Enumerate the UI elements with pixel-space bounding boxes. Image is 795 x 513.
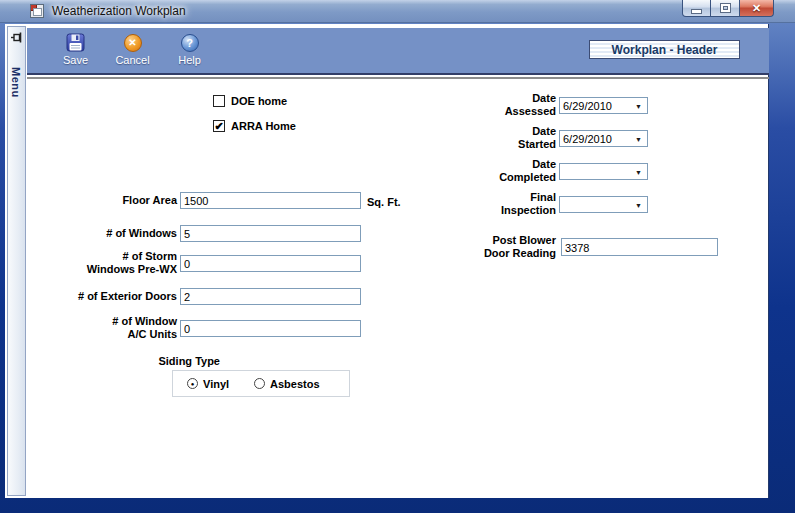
- doe-home-checkbox[interactable]: [213, 95, 225, 107]
- num-windows-label: # of Windows: [5, 227, 177, 240]
- title-bar[interactable]: Weatherization Workplan ✕: [0, 0, 795, 23]
- post-blower-label: Post Blower Door Reading: [406, 234, 556, 260]
- save-button[interactable]: Save: [47, 28, 104, 72]
- exterior-doors-input[interactable]: [180, 288, 361, 305]
- date-assessed-combobox[interactable]: 6/29/2010 ▼: [559, 97, 648, 114]
- window-controls: ✕: [682, 0, 774, 17]
- doe-home-label: DOE home: [231, 95, 287, 107]
- app-window: Weatherization Workplan ✕ Menu: [0, 0, 795, 513]
- pin-icon[interactable]: [10, 30, 23, 43]
- date-started-value: 6/29/2010: [563, 133, 612, 145]
- save-icon: [66, 33, 85, 52]
- help-button[interactable]: ? Help: [161, 28, 218, 72]
- date-started-label: Date Started: [406, 125, 556, 151]
- window-title: Weatherization Workplan: [52, 4, 186, 18]
- siding-vinyl-label: Vinyl: [203, 378, 229, 390]
- workplan-header-label: Workplan - Header: [612, 43, 718, 57]
- dropdown-arrow-icon[interactable]: ▼: [635, 136, 642, 143]
- dropdown-arrow-icon[interactable]: ▼: [635, 103, 642, 110]
- close-icon: ✕: [752, 2, 761, 15]
- toolbar-shadow: [27, 77, 769, 79]
- menu-tab-label[interactable]: Menu: [10, 67, 22, 98]
- floor-area-input[interactable]: [180, 192, 361, 209]
- date-completed-label: Date Completed: [406, 158, 556, 184]
- date-assessed-label: Date Assessed: [406, 92, 556, 118]
- dropdown-arrow-icon[interactable]: ▼: [635, 202, 642, 209]
- window-ac-input[interactable]: [180, 320, 361, 337]
- window-ac-label: # of Window A/C Units: [5, 315, 177, 341]
- floor-area-label: Floor Area: [5, 194, 177, 207]
- storm-windows-input[interactable]: [180, 255, 361, 272]
- maximize-button[interactable]: [711, 0, 739, 17]
- num-windows-input[interactable]: [180, 225, 361, 242]
- siding-type-label: Siding Type: [80, 355, 220, 368]
- cancel-button[interactable]: ✕ Cancel: [104, 28, 161, 72]
- help-button-label: Help: [178, 54, 201, 66]
- date-completed-combobox[interactable]: ▼: [559, 163, 648, 180]
- siding-vinyl-radio[interactable]: ●: [187, 378, 198, 389]
- workplan-header-caption: Workplan - Header: [589, 40, 740, 59]
- cancel-button-label: Cancel: [115, 54, 149, 66]
- app-icon: [30, 4, 44, 18]
- save-button-label: Save: [63, 54, 88, 66]
- minimize-icon: [692, 10, 701, 13]
- arra-home-label: ARRA Home: [231, 120, 296, 132]
- help-icon: ?: [180, 33, 199, 52]
- date-started-combobox[interactable]: 6/29/2010 ▼: [559, 130, 648, 147]
- cancel-icon: ✕: [123, 33, 142, 52]
- close-button[interactable]: ✕: [739, 0, 774, 17]
- exterior-doors-label: # of Exterior Doors: [5, 290, 177, 303]
- final-inspection-combobox[interactable]: ▼: [559, 196, 648, 213]
- floor-area-units-label: Sq. Ft.: [367, 196, 401, 208]
- siding-asbestos-radio[interactable]: [254, 378, 265, 389]
- minimize-button[interactable]: [682, 0, 711, 17]
- dropdown-arrow-icon[interactable]: ▼: [635, 169, 642, 176]
- siding-asbestos-label: Asbestos: [270, 378, 320, 390]
- final-inspection-label: Final Inspection: [406, 191, 556, 217]
- date-assessed-value: 6/29/2010: [563, 100, 612, 112]
- maximize-icon: [721, 4, 730, 12]
- arra-home-checkbox[interactable]: ✔: [213, 120, 225, 132]
- post-blower-input[interactable]: [561, 238, 718, 256]
- storm-windows-label: # of Storm Windows Pre-WX: [5, 250, 177, 276]
